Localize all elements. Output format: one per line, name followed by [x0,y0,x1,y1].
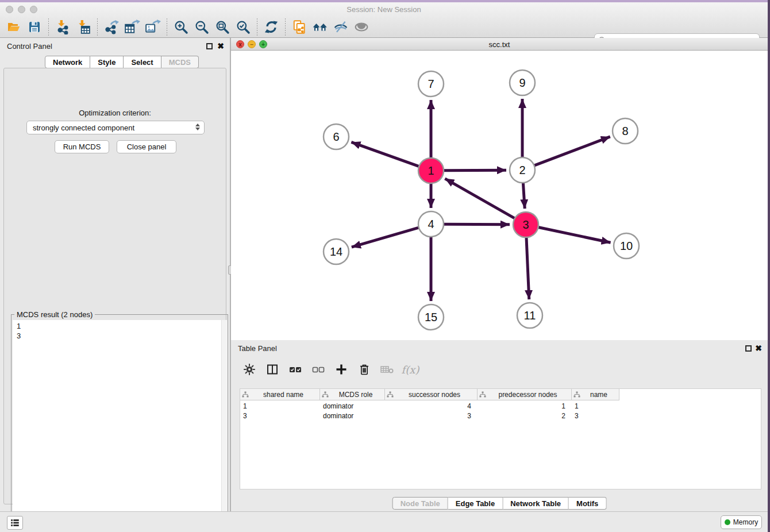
memory-label: Memory [733,518,758,526]
table-toolbar: f(x) [239,357,421,381]
zoom-in-icon[interactable] [171,18,191,36]
list-icon [10,518,20,528]
export-table-icon[interactable] [122,18,143,36]
optimization-criterion-label: Optimization criterion: [4,109,226,117]
mcds-result-box: 13 [13,320,228,532]
float-panel-icon[interactable] [206,43,213,49]
edge-3-1[interactable] [445,179,515,218]
column-header-shared-name[interactable]: shared name [240,389,320,400]
tab-node-table[interactable]: Node Table [392,497,448,510]
main-toolbar [0,16,768,38]
cell-MCDS-role: dominator [320,401,385,411]
save-icon[interactable] [24,18,45,36]
node-table: shared nameMCDS rolesuccessor nodesprede… [240,388,761,489]
node-label-8: 8 [622,125,628,137]
criterion-value: strongly connected component [33,124,134,132]
node-label-15: 15 [425,311,437,323]
node-label-2: 2 [519,164,525,176]
function-builder-icon: f(x) [400,359,421,380]
add-row-icon[interactable] [331,359,352,380]
table-panel-title: Table Panel [238,344,277,353]
memory-button[interactable]: Memory [721,515,762,529]
zoom-fit-icon[interactable] [212,18,233,36]
cell-shared-name: 1 [240,401,320,411]
tab-mcds[interactable]: MCDS [161,56,199,68]
clone-network-icon[interactable] [289,18,310,36]
run-mcds-button[interactable]: Run MCDS [55,140,109,153]
table-panel: Table Panel ✖ [231,340,768,511]
mcds-result-values: 13 [17,321,21,341]
column-header-predecessor-nodes[interactable]: predecessor nodes [478,389,572,400]
chevron-updown-icon [195,124,200,130]
show-all-icon[interactable] [351,18,372,36]
table-row[interactable]: 1dominator411 [240,401,619,411]
export-network-icon[interactable] [101,18,122,36]
node-label-14: 14 [330,245,342,258]
hide-selected-icon[interactable] [330,18,351,36]
show-column-icon[interactable] [262,359,283,380]
edge-1-2[interactable] [444,170,506,171]
delete-row-icon[interactable] [354,359,375,380]
cell-name: 3 [572,411,619,421]
column-header-MCDS-role[interactable]: MCDS role [320,389,385,400]
deselect-all-icon[interactable] [308,359,329,380]
column-header-name[interactable]: name [572,389,619,400]
mcds-result-label: MCDS result (2 nodes) [14,310,95,319]
export-image-icon[interactable] [143,18,163,36]
network-window-titlebar[interactable]: x – + scc.txt [231,38,768,51]
node-label-7: 7 [428,78,434,90]
edge-1-6[interactable] [351,142,419,166]
settings-gear-icon[interactable] [239,359,260,380]
zoom-selected-icon[interactable] [233,18,253,36]
toolbar-separator [48,18,49,36]
open-folder-icon[interactable] [3,18,24,36]
edge-4-14[interactable] [352,228,419,247]
select-all-icon[interactable] [285,359,306,380]
tab-network-table[interactable]: Network Table [503,497,569,510]
refresh-icon[interactable] [261,18,282,36]
task-history-button[interactable] [7,516,23,530]
float-table-panel-icon[interactable] [745,345,752,352]
tab-style[interactable]: Style [90,56,124,68]
tab-select[interactable]: Select [124,56,161,68]
app-titlebar[interactable]: Session: New Session [0,2,768,16]
close-panel-icon[interactable]: ✖ [217,42,224,50]
result-scrollbar[interactable] [221,320,228,532]
zoom-out-icon[interactable] [191,18,212,36]
close-table-panel-icon[interactable]: ✖ [755,344,762,352]
edge-3-10[interactable] [538,228,611,243]
edge-3-11[interactable] [526,237,529,299]
delete-table-icon [377,359,398,380]
criterion-dropdown[interactable]: strongly connected component [26,121,205,134]
first-neighbors-icon[interactable] [310,18,330,36]
node-label-4: 4 [428,218,434,230]
desktop-edge-top [0,0,770,2]
desktop-edge-right [768,0,770,532]
cell-MCDS-role: dominator [320,411,385,421]
toolbar-separator [167,18,167,36]
edge-2-3[interactable] [523,183,525,209]
import-network-icon[interactable] [52,18,73,36]
status-bar: Memory [0,511,768,532]
table-header-row: shared nameMCDS rolesuccessor nodesprede… [240,389,619,400]
column-header-successor-nodes[interactable]: successor nodes [385,389,478,400]
node-label-1: 1 [428,164,434,177]
network-canvas[interactable]: 1234678910111415 [231,51,768,340]
network-window: x – + scc.txt 1234678910111415 [231,38,768,340]
tab-network[interactable]: Network [45,56,90,68]
import-table-icon[interactable] [73,18,94,36]
close-panel-button[interactable]: Close panel [117,140,176,153]
app-screen: Session: New Session [0,0,770,532]
toolbar-separator [285,18,286,36]
cell-name: 1 [572,401,619,411]
table-row[interactable]: 3dominator323 [240,411,619,421]
tab-edge-table[interactable]: Edge Table [448,497,503,510]
cell-successor-nodes: 4 [385,401,478,411]
tab-motifs[interactable]: Motifs [569,497,606,510]
table-tabs: Node TableEdge TableNetwork TableMotifs [392,497,607,510]
cell-predecessor-nodes: 1 [478,401,572,411]
control-panel-title: Control Panel [7,42,52,51]
edge-4-3[interactable] [444,224,510,225]
edge-2-8[interactable] [534,137,610,165]
toolbar-separator [257,18,257,36]
